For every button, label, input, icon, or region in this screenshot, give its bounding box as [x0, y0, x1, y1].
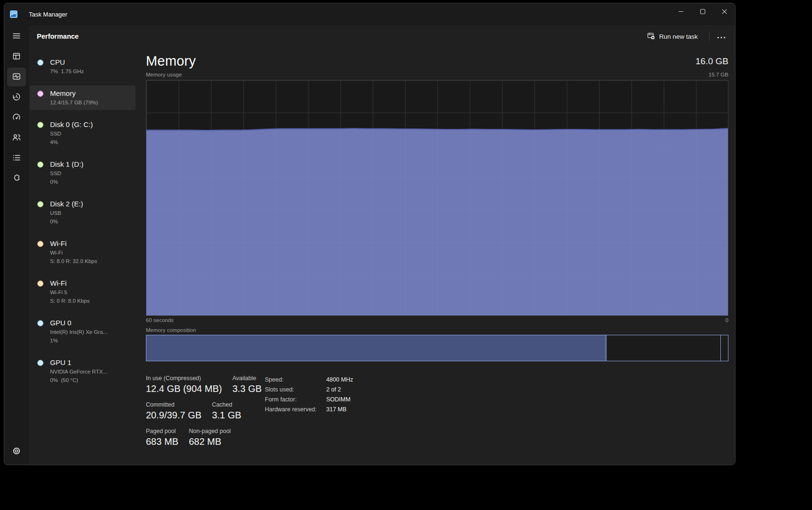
- device-title: Disk 2 (E:): [50, 199, 83, 209]
- status-dot: [37, 91, 43, 97]
- nav-item-app-history[interactable]: [7, 88, 26, 107]
- nav-item-users[interactable]: [7, 128, 26, 147]
- device-list: CPU 7% 1.75 GHz Memory 12.4/15.7 GB (79%…: [30, 54, 135, 394]
- settings-gear-icon: [12, 446, 21, 457]
- device-title: Memory: [50, 89, 98, 98]
- time-axis-left: 60 seconds: [146, 317, 174, 323]
- detail-row: Speed: 4800 MHz: [265, 375, 353, 385]
- run-new-task-button[interactable]: Run new task: [642, 28, 702, 44]
- detail-label: Form factor:: [265, 395, 326, 405]
- app-history-icon: [12, 92, 21, 103]
- memory-stats-left: In use (Compressed) 12.4 GB (904 MB) Ava…: [146, 374, 265, 454]
- minimize-button[interactable]: [670, 3, 692, 19]
- comp-seg-free: [721, 335, 728, 361]
- status-dot: [37, 360, 43, 366]
- device-item-memory[interactable]: Memory 12.4/15.7 GB (79%): [30, 85, 135, 110]
- device-title: GPU 1: [50, 358, 107, 367]
- detail-value: SODIMM: [326, 395, 350, 405]
- device-title: Disk 1 (D:): [50, 160, 84, 169]
- detail-label: Speed:: [265, 375, 326, 385]
- ellipsis-icon: [717, 33, 726, 40]
- device-sub: 4%: [50, 138, 93, 146]
- device-title: Wi-Fi: [50, 279, 90, 288]
- memory-composition-bar: [146, 335, 728, 361]
- nav-item-menu[interactable]: [7, 27, 26, 46]
- processes-icon: [12, 51, 21, 62]
- nav-item-settings[interactable]: [7, 442, 26, 461]
- nav-rail: [4, 25, 29, 465]
- titlebar: Task Manager: [4, 3, 735, 25]
- nav-item-performance[interactable]: [7, 68, 26, 86]
- device-item-cpu[interactable]: CPU 7% 1.75 GHz: [30, 54, 135, 79]
- device-sub: Intel(R) Iris(R) Xe Gra...: [50, 328, 107, 336]
- window-controls: [670, 3, 735, 19]
- device-item-disk2[interactable]: Disk 2 (E:) USB 0%: [30, 196, 135, 229]
- performance-icon: [12, 72, 21, 83]
- status-dot: [37, 162, 43, 168]
- status-dot: [37, 280, 43, 287]
- committed-label: Committed: [146, 401, 202, 408]
- device-sub: 0%: [50, 217, 83, 226]
- device-sub: 0% (50 °C): [50, 376, 107, 384]
- device-item-gpu0[interactable]: GPU 0 Intel(R) Iris(R) Xe Gra... 1%: [30, 315, 135, 348]
- memory-title: Memory: [146, 53, 196, 69]
- cached-value: 3.1 GB: [212, 408, 241, 422]
- detail-label: Slots used:: [265, 385, 326, 395]
- nav-item-details[interactable]: [7, 149, 26, 168]
- device-sub: Wi-Fi: [50, 248, 97, 257]
- device-title: CPU: [50, 58, 84, 67]
- device-sub: S: 8.0 R: 32.0 Kbps: [50, 257, 97, 265]
- device-item-disk1[interactable]: Disk 1 (D:) SSD 0%: [30, 156, 135, 189]
- usage-chart-label: Memory usage: [146, 72, 182, 77]
- device-item-wifi[interactable]: Wi-Fi Wi-Fi S: 8.0 R: 32.0 Kbps: [30, 236, 135, 269]
- available-label: Available: [232, 374, 262, 382]
- close-button[interactable]: [713, 3, 735, 19]
- comp-seg-standby: [606, 335, 721, 361]
- device-item-disk0[interactable]: Disk 0 (G: C:) SSD 4%: [30, 117, 135, 150]
- detail-row: Slots used: 2 of 2: [265, 385, 353, 395]
- status-dot: [37, 241, 43, 247]
- device-item-wifi5[interactable]: Wi-Fi Wi-Fi 5 S: 0 R: 8.0 Kbps: [30, 275, 135, 308]
- status-dot: [37, 320, 43, 326]
- more-options-button[interactable]: [714, 29, 728, 44]
- run-new-task-label: Run new task: [659, 33, 698, 40]
- maximize-button[interactable]: [692, 3, 713, 19]
- memory-total: 16.0 GB: [695, 56, 728, 67]
- detail-label: Hardware reserved:: [265, 405, 326, 415]
- nav-item-startup-apps[interactable]: [7, 108, 26, 127]
- scale-max-label: 15.7 GB: [709, 72, 728, 77]
- composition-label: Memory composition: [146, 327, 728, 333]
- device-sub: S: 0 R: 8.0 Kbps: [50, 297, 90, 305]
- status-dot: [37, 201, 43, 207]
- nav-item-processes[interactable]: [7, 47, 26, 66]
- menu-icon: [12, 31, 21, 42]
- device-sub: SSD: [50, 169, 84, 178]
- header-actions: Run new task: [642, 28, 728, 44]
- nonpaged-pool-value: 682 MB: [189, 435, 231, 448]
- nav-item-services[interactable]: [7, 169, 26, 188]
- in-use-value: 12.4 GB (904 MB): [146, 382, 222, 395]
- services-icon: [12, 173, 21, 184]
- memory-usage-chart: [146, 80, 728, 316]
- device-sub: Wi-Fi 5: [50, 288, 90, 297]
- details-icon: [12, 153, 21, 164]
- selected-accent-bar: [4, 73, 4, 81]
- cached-label: Cached: [212, 401, 241, 408]
- memory-detail-panel: Memory 16.0 GB Memory usage 15.7 GB 60 s…: [146, 48, 728, 454]
- window-title: Task Manager: [29, 11, 68, 18]
- device-sub: 1%: [50, 336, 107, 345]
- usage-area-fill: [146, 128, 728, 315]
- detail-value: 317 MB: [326, 405, 347, 415]
- time-axis-right: 0: [726, 317, 728, 323]
- device-title: Wi-Fi: [50, 239, 97, 248]
- device-title: GPU 0: [50, 318, 107, 328]
- page-header: Performance Run new task: [29, 25, 735, 48]
- header-divider: [709, 32, 710, 41]
- detail-value: 2 of 2: [326, 385, 341, 395]
- device-item-gpu1[interactable]: GPU 1 NVIDIA GeForce RTX... 0% (50 °C): [30, 355, 135, 388]
- device-sub: 7% 1.75 GHz: [50, 67, 84, 76]
- memory-stats: In use (Compressed) 12.4 GB (904 MB) Ava…: [146, 374, 728, 454]
- device-title: Disk 0 (G: C:): [50, 120, 93, 129]
- detail-row: Form factor: SODIMM: [265, 395, 353, 405]
- status-dot: [37, 122, 43, 128]
